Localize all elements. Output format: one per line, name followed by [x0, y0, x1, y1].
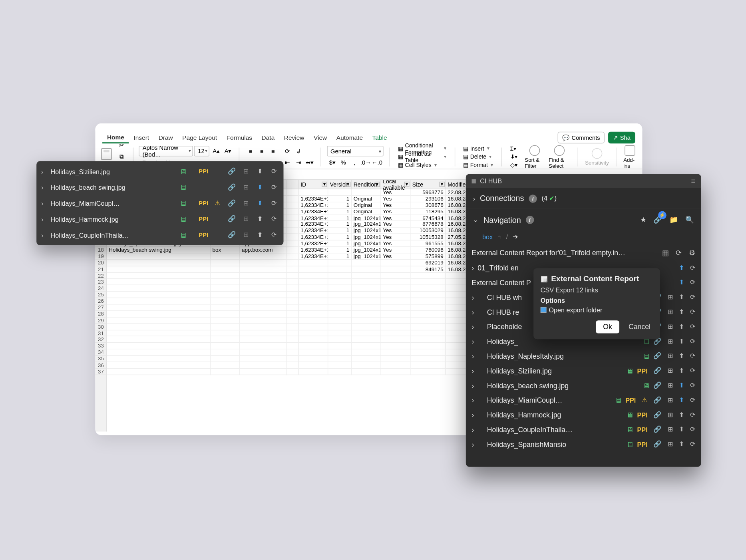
column-header[interactable]: Rendition▾ [352, 180, 381, 189]
delete-cells-button[interactable]: ▤ Delete [461, 153, 495, 161]
row-number[interactable]: 19 [95, 253, 106, 260]
plus-box-icon[interactable]: ⊞ [668, 338, 673, 345]
link-row[interactable]: ›Holidays_CoupleInThaila…🖥PPI🔗⊞⬆⟳ [36, 227, 283, 243]
filter-icon[interactable]: ▾ [322, 182, 327, 187]
link-row[interactable]: ›Holidays_SpanishMansio🖥PPI🔗⊞⬆⟳ [466, 437, 701, 452]
upload-icon[interactable]: ⬆ [679, 381, 684, 389]
row-number[interactable]: 23 [95, 279, 106, 285]
plus-box-icon[interactable]: ⊞ [668, 411, 673, 419]
column-header[interactable]: Size▾ [410, 180, 446, 189]
upload-icon[interactable]: ⬆ [679, 411, 684, 419]
refresh-icon[interactable]: ⟳ [690, 352, 695, 360]
decrease-font-button[interactable]: A▾ [223, 145, 233, 156]
link-icon[interactable]: 🔗 [653, 441, 662, 448]
tab-view[interactable]: View [309, 132, 332, 143]
plus-box-icon[interactable]: ⊞ [241, 183, 251, 191]
cut-button[interactable]: ✂ [116, 140, 127, 151]
row-number[interactable]: 27 [95, 305, 106, 311]
column-header[interactable]: Version▾ [328, 180, 352, 189]
link-row[interactable]: ›Holidays_beach swing.jpg🖥🔗⊞⬆⟳ [36, 179, 283, 195]
refresh-icon[interactable]: ⟳ [269, 199, 279, 207]
upload-icon[interactable]: ⬆ [679, 367, 684, 375]
breadcrumb[interactable]: box ⌂ / ➔ [466, 230, 701, 245]
refresh-icon[interactable]: ⟳ [690, 308, 695, 316]
search-icon[interactable]: 🔍 [685, 216, 694, 224]
link-icon[interactable]: 🔗 [227, 231, 237, 238]
refresh-icon[interactable]: ⟳ [690, 441, 695, 448]
plus-box-icon[interactable]: ⊞ [241, 199, 251, 207]
link-row[interactable]: ›Holidays_NaplesItaly.jpg🖥🔗⊞⬆⟳ [466, 349, 701, 363]
insert-cells-button[interactable]: ▤ Insert [461, 145, 495, 152]
plus-box-icon[interactable]: ⊞ [668, 323, 673, 330]
row-number[interactable]: 29 [95, 318, 106, 324]
inc-decimal-button[interactable]: .0→ [360, 157, 371, 167]
tab-draw[interactable]: Draw [154, 132, 178, 143]
link-icon[interactable]: 🔗 [227, 199, 237, 207]
row-number[interactable]: 20 [95, 260, 106, 266]
refresh-icon[interactable]: ⟳ [690, 323, 695, 330]
link-row[interactable]: ›Holidays_MiamiCoupl…🖥PPI⚠🔗⊞⬆⟳ [36, 195, 283, 211]
row-number[interactable]: 31 [95, 330, 106, 337]
upload-icon[interactable]: ⬆ [679, 441, 684, 448]
orientation-button[interactable]: ⟳ [282, 146, 292, 156]
font-size-select[interactable]: 12 [194, 145, 209, 156]
format-as-table-button[interactable]: ▦ Format as Table [396, 153, 449, 161]
tab-data[interactable]: Data [257, 132, 279, 143]
filter-icon[interactable]: ▾ [404, 182, 409, 187]
autosum-button[interactable]: Σ▾ [508, 145, 520, 152]
wrap-button[interactable]: ↲ [293, 146, 303, 156]
column-header[interactable] [287, 180, 298, 189]
row-number[interactable]: 28 [95, 311, 106, 318]
link-row[interactable]: ›Holidays_MiamiCoupl…🖥PPI⚠🔗⊞⬆⟳ [466, 393, 701, 407]
row-number[interactable]: 35 [95, 356, 106, 362]
link-row[interactable]: ›Holidays_Hammock.jpg🖥PPI🔗⊞⬆⟳ [466, 407, 701, 422]
link-icon[interactable]: 🔗 [653, 381, 662, 389]
row-number[interactable]: 30 [95, 324, 106, 330]
percent-button[interactable]: % [338, 157, 348, 167]
upload-icon[interactable]: ⬆ [255, 215, 265, 223]
fill-button[interactable]: ⬇▾ [508, 153, 520, 161]
folder-icon[interactable]: 📁 [669, 216, 678, 224]
column-header[interactable]: ID▾ [299, 180, 328, 189]
open-export-folder-checkbox[interactable]: Open export folder [541, 306, 653, 314]
indent-inc-button[interactable]: ⇥ [293, 157, 303, 167]
row-number[interactable]: 34 [95, 350, 106, 356]
refresh-icon[interactable]: ⟳ [690, 426, 695, 433]
align-bot-button[interactable]: ≡ [268, 146, 278, 156]
row-number[interactable]: 18 [95, 247, 106, 253]
tab-formulas[interactable]: Formulas [222, 132, 257, 143]
plus-box-icon[interactable]: ⊞ [668, 441, 673, 448]
upload-icon[interactable]: ⬆ [679, 294, 684, 301]
ok-button[interactable]: Ok [596, 320, 619, 333]
refresh-icon[interactable]: ⟳ [690, 381, 695, 389]
number-format-select[interactable]: General [327, 146, 383, 156]
star-icon[interactable]: ★ [640, 216, 647, 224]
link-row[interactable]: ›Holidays_Sizilien.jpg🖥PPI🔗⊞⬆⟳ [36, 163, 283, 179]
refresh-icon[interactable]: ⟳ [690, 396, 695, 404]
row-number[interactable]: 21 [95, 266, 106, 272]
share-button[interactable]: ↗ Sha [608, 132, 635, 143]
increase-font-button[interactable]: A▴ [211, 145, 221, 156]
column-header[interactable]: Local available▾ [381, 180, 411, 189]
row-number[interactable]: 37 [95, 369, 106, 375]
gear-icon[interactable]: ⚙ [689, 249, 695, 257]
plus-box-icon[interactable]: ⊞ [241, 215, 251, 223]
tab-table[interactable]: Table [368, 132, 392, 143]
plus-box-icon[interactable]: ⊞ [668, 352, 673, 360]
upload-icon[interactable]: ⬆ [255, 199, 265, 207]
navigation-section[interactable]: ⌄ Navigation i ★ 🔗 ⚡ 📁 🔍 [466, 209, 701, 230]
refresh-icon[interactable]: ⟳ [690, 294, 695, 301]
link-icon[interactable]: 🔗 [227, 183, 237, 191]
refresh-icon[interactable]: ⟳ [676, 249, 682, 257]
link-icon[interactable]: 🔗 [653, 396, 662, 404]
grid-icon[interactable]: ▦ [662, 249, 668, 257]
home-icon[interactable]: ⌂ [497, 233, 501, 240]
tab-automate[interactable]: Automate [332, 132, 368, 143]
plus-box-icon[interactable]: ⊞ [668, 294, 673, 301]
merge-button[interactable]: ⬌▾ [304, 157, 314, 167]
upload-icon[interactable]: ⬆ [679, 426, 684, 433]
row-number[interactable]: 36 [95, 362, 106, 369]
upload-icon[interactable]: ⬆ [679, 338, 684, 345]
refresh-icon[interactable]: ⟳ [269, 168, 279, 175]
info-icon[interactable]: i [526, 216, 534, 224]
